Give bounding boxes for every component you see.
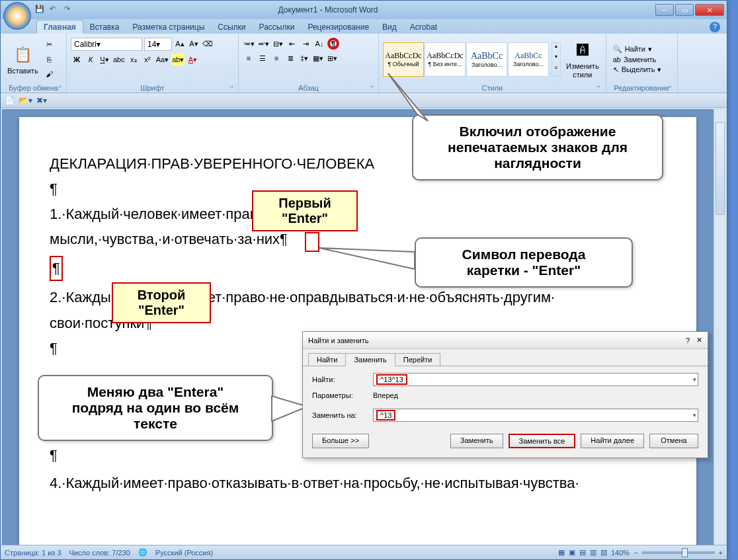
- styles-more[interactable]: ≡: [552, 65, 560, 76]
- window-title: Документ1 - Microsoft Word: [1, 5, 655, 15]
- align-center-button[interactable]: ☰: [257, 52, 268, 64]
- help-icon[interactable]: ?: [710, 22, 720, 32]
- line-spacing-button[interactable]: ‡▾: [298, 52, 310, 64]
- dialog-help-icon[interactable]: ?: [686, 337, 690, 344]
- zoom-in-button[interactable]: +: [719, 549, 723, 557]
- align-right-button[interactable]: ≡: [270, 52, 282, 64]
- replace-button[interactable]: abЗаменить: [610, 55, 665, 64]
- find-input[interactable]: ^13^13 ▾: [373, 373, 698, 386]
- dialog-tab-goto[interactable]: Перейти: [395, 353, 441, 366]
- close-button[interactable]: ✕: [695, 4, 724, 16]
- replace-label: Заменить на:: [312, 411, 368, 419]
- superscript-button[interactable]: x²: [142, 54, 153, 65]
- font-color-button[interactable]: A▾: [186, 54, 198, 65]
- tab-layout[interactable]: Разметка страницы: [126, 20, 211, 34]
- more-button[interactable]: Больше >>: [312, 434, 369, 448]
- zoom-out-button[interactable]: −: [634, 549, 637, 557]
- zoom-slider[interactable]: [642, 551, 715, 554]
- font-size-combo[interactable]: 14 ▾: [144, 38, 172, 51]
- tab-acrobat[interactable]: Acrobat: [403, 20, 444, 34]
- indent-inc-button[interactable]: ⇥: [300, 38, 311, 50]
- maximize-button[interactable]: ▭: [675, 4, 694, 16]
- numbering-button[interactable]: ≕▾: [257, 38, 270, 50]
- view-outline-icon[interactable]: ▥: [590, 548, 596, 557]
- dialog-tab-replace[interactable]: Заменить: [345, 353, 395, 366]
- find-replace-dialog[interactable]: Найти и заменить ? ✕ Найти Заменить Пере…: [302, 331, 708, 458]
- format-painter-icon[interactable]: 🖌: [44, 68, 56, 80]
- style-no-spacing[interactable]: AaBbCcDc¶ Без инте...: [425, 42, 466, 77]
- align-left-button[interactable]: ≡: [243, 52, 255, 64]
- highlight-button[interactable]: ab▾: [171, 54, 184, 65]
- zoom-value[interactable]: 140%: [611, 549, 630, 557]
- tab-home[interactable]: Главная: [36, 20, 83, 34]
- underline-button[interactable]: Ч▾: [99, 54, 110, 65]
- font-name-combo[interactable]: Calibri ▾: [71, 38, 142, 51]
- borders-button[interactable]: ⊞▾: [326, 52, 338, 64]
- shrink-font-icon[interactable]: A▾: [188, 38, 200, 50]
- strike-button[interactable]: abc: [112, 54, 126, 65]
- save-icon[interactable]: 💾: [35, 5, 46, 15]
- quick-access-toolbar: 💾 ↶ ↷: [35, 5, 75, 15]
- multilevel-button[interactable]: ⊟▾: [272, 38, 284, 50]
- tab-mailings[interactable]: Рассылки: [253, 20, 302, 34]
- view-print-icon[interactable]: ▦: [558, 548, 565, 557]
- tab-insert[interactable]: Вставка: [83, 20, 126, 34]
- show-marks-button[interactable]: ¶: [327, 38, 339, 50]
- find-next-button[interactable]: Найти далее: [581, 434, 644, 448]
- tab-view[interactable]: Вид: [376, 20, 403, 34]
- change-styles-button[interactable]: 🅰 Изменить стили: [563, 38, 602, 79]
- subscript-button[interactable]: x₂: [128, 54, 140, 65]
- styles-up[interactable]: ▴: [552, 43, 560, 54]
- dialog-tab-find[interactable]: Найти: [308, 353, 346, 366]
- bold-button[interactable]: Ж: [71, 54, 83, 65]
- new-doc-icon[interactable]: 📄: [5, 96, 15, 105]
- view-draft-icon[interactable]: ▧: [600, 548, 607, 557]
- scrollbar-thumb[interactable]: [716, 122, 725, 215]
- status-page[interactable]: Страница: 1 из 3: [5, 549, 62, 557]
- status-words[interactable]: Число слов: 7/230: [69, 549, 130, 557]
- callout-nonprinting: Включил отображение непечатаемых знаков …: [412, 114, 663, 180]
- view-full-icon[interactable]: ▣: [569, 548, 575, 557]
- cut-icon[interactable]: ✂: [44, 39, 56, 51]
- undo-icon[interactable]: ↶: [50, 5, 60, 15]
- grow-font-icon[interactable]: A▴: [174, 38, 186, 50]
- select-button[interactable]: ↖Выделить ▾: [610, 65, 665, 75]
- italic-button[interactable]: К: [85, 54, 97, 65]
- replace-one-button[interactable]: Заменить: [450, 434, 503, 448]
- status-lang[interactable]: Русский (Россия): [155, 549, 213, 557]
- find-label: Найти:: [312, 376, 368, 383]
- clear-format-icon[interactable]: ⌫: [202, 38, 214, 50]
- justify-button[interactable]: ≣: [284, 52, 296, 64]
- paste-button[interactable]: 📋 Вставить: [5, 43, 41, 76]
- style-heading1[interactable]: AaBbCcЗаголово...: [466, 42, 507, 77]
- status-lang-icon[interactable]: 🌐: [138, 548, 147, 557]
- dialog-titlebar[interactable]: Найти и заменить ? ✕: [303, 332, 708, 349]
- replace-input[interactable]: ^13 ▾: [373, 409, 698, 422]
- case-button[interactable]: Aa▾: [155, 54, 169, 65]
- open-icon[interactable]: 📂▾: [19, 96, 32, 105]
- sort-button[interactable]: A↓: [313, 38, 325, 50]
- view-web-icon[interactable]: ▤: [579, 548, 586, 557]
- shading-button[interactable]: ▦▾: [312, 52, 324, 64]
- cancel-button[interactable]: Отмена: [649, 434, 698, 448]
- tab-review[interactable]: Рецензирование: [301, 20, 376, 34]
- dialog-close-icon[interactable]: ✕: [696, 336, 702, 344]
- bullets-button[interactable]: ≔▾: [243, 38, 255, 50]
- tab-references[interactable]: Ссылки: [211, 20, 252, 34]
- find-button[interactable]: 🔍Найти ▾: [610, 44, 665, 54]
- minimize-button[interactable]: ─: [655, 4, 674, 16]
- vertical-scrollbar[interactable]: [714, 109, 725, 545]
- copy-icon[interactable]: ⎘: [44, 54, 56, 65]
- cursor-icon: ↖: [613, 65, 619, 74]
- styles-down[interactable]: ▾: [552, 54, 560, 65]
- replace-all-button[interactable]: Заменить все: [509, 434, 576, 448]
- style-normal[interactable]: AaBbCcDc¶ Обычный: [383, 42, 424, 77]
- office-button[interactable]: [3, 2, 31, 30]
- svg-marker-0: [388, 73, 428, 121]
- style-heading2[interactable]: AaBbCcЗаголово...: [508, 42, 549, 77]
- annotation-second-enter: Второй"Enter": [112, 282, 211, 323]
- styles-gallery[interactable]: AaBbCcDc¶ Обычный AaBbCcDc¶ Без инте... …: [383, 42, 549, 77]
- indent-dec-button[interactable]: ⇤: [286, 38, 298, 50]
- close-doc-icon[interactable]: ✖▾: [36, 96, 47, 105]
- redo-icon[interactable]: ↷: [64, 5, 75, 15]
